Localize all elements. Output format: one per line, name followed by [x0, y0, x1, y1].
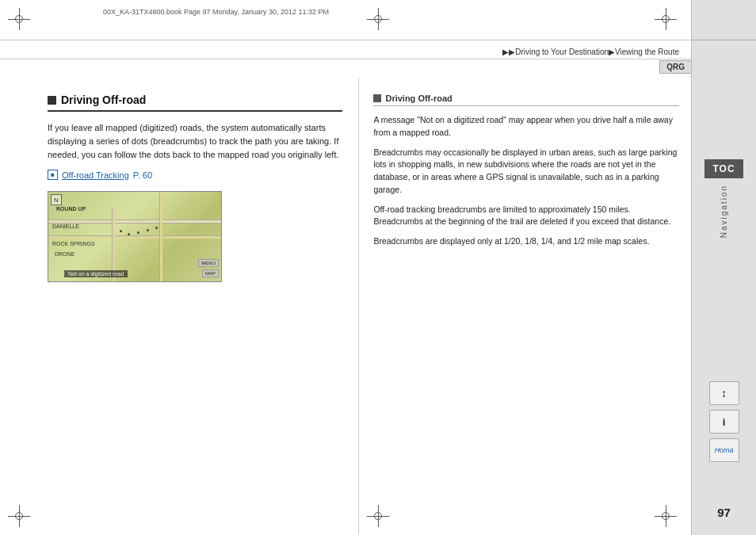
corner-bl: [8, 505, 30, 527]
left-column: Driving Off-road If you leave all mapped…: [0, 78, 359, 535]
map-label-1: ROUND UP: [56, 206, 86, 212]
corner-bm: [367, 505, 389, 527]
sidebar-icons: ↕ i Homa: [709, 381, 739, 462]
left-section-title: Driving Off-road: [61, 94, 146, 106]
right-para-3: Off-road tracking breadcrumbs are limite…: [373, 204, 679, 229]
breadcrumb-text: ▶▶Driving to Your Destination▶Viewing th…: [502, 48, 679, 56]
sidebar-top-line: [692, 40, 756, 40]
map-btn-menu: MENU: [198, 259, 219, 267]
map-road-2: [48, 235, 221, 239]
corner-tl: [8, 8, 30, 30]
right-section-title: Driving Off-road: [385, 94, 452, 103]
map-compass: N: [51, 194, 62, 205]
map-label-2: DANIELLE: [52, 224, 79, 229]
map-label-4: DRONE: [55, 251, 74, 257]
info-icon: i: [723, 416, 726, 428]
right-section-title-container: Driving Off-road: [373, 94, 679, 106]
right-section-icon: [373, 94, 381, 102]
home-button[interactable]: Homa: [709, 438, 739, 462]
map-btn-map: MAP: [202, 269, 219, 277]
breadcrumb: ▶▶Driving to Your Destination▶Viewing th…: [0, 44, 691, 59]
file-info: 00X_KA-31TX4800.book Page 97 Monday, Jan…: [103, 8, 329, 16]
link-text[interactable]: Off-road Tracking: [62, 170, 129, 180]
right-para-2: Breadcrumbs may occasionally be displaye…: [373, 147, 679, 197]
right-para-4: Breadcrumbs are displayed only at 1/20, …: [373, 235, 679, 248]
map-overlay: Not on a digitized road: [64, 270, 128, 277]
top-divider: [0, 40, 756, 40]
corner-tr: [655, 8, 677, 30]
right-para-1: A message "Not on a digitized road" may …: [373, 114, 679, 139]
qrg-tab[interactable]: QRG: [659, 60, 691, 74]
left-section-title-container: Driving Off-road: [48, 94, 342, 112]
nav-label: Navigation: [720, 185, 728, 238]
right-column: Driving Off-road A message "Not on a dig…: [359, 78, 691, 535]
left-body-text: If you leave all mapped (digitized) road…: [48, 121, 342, 162]
section-title-icon: [48, 96, 56, 105]
map-label-3: ROCK SPRINGS: [52, 241, 95, 246]
corner-tm: [367, 8, 389, 30]
link-ref-container[interactable]: ■ Off-road Tracking P. 60: [48, 170, 342, 180]
qrg-label: QRG: [666, 63, 685, 71]
page-number: 97: [717, 506, 731, 519]
arrows-icon: ↕: [721, 387, 727, 399]
arrows-button[interactable]: ↕: [709, 381, 739, 405]
right-sidebar: TOC Navigation ↕ i Homa 97: [691, 0, 756, 535]
map-image: ROUND UP DANIELLE ROCK SPRINGS DRONE N N…: [48, 191, 222, 282]
main-content: Driving Off-road If you leave all mapped…: [0, 78, 691, 535]
corner-br: [655, 505, 677, 527]
toc-button[interactable]: TOC: [704, 159, 743, 178]
home-label: Homa: [714, 446, 733, 454]
map-road-v2: [159, 192, 162, 281]
link-page: P. 60: [133, 170, 152, 180]
info-button[interactable]: i: [709, 410, 739, 434]
link-ref-icon: ■: [48, 170, 58, 180]
